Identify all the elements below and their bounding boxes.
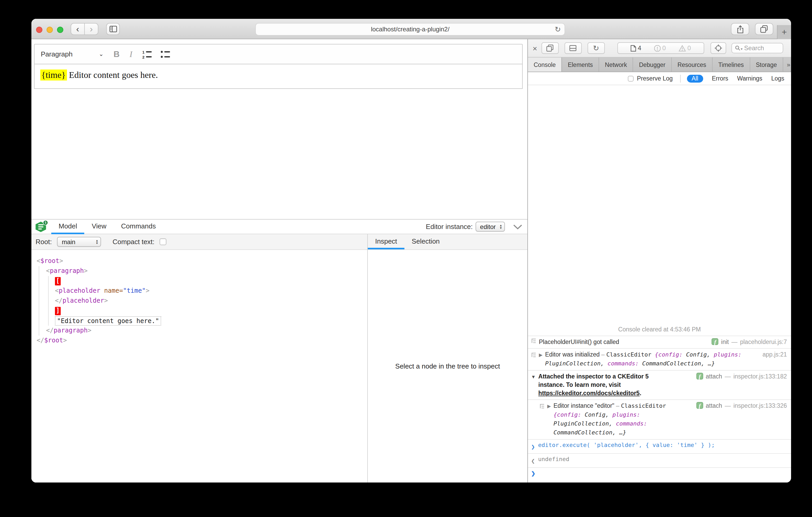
tab-model[interactable]: Model [51,219,85,234]
forward-button[interactable]: › [84,23,98,35]
console-prompt[interactable]: ❯ [528,467,791,483]
reload-icon[interactable]: ↻ [555,25,561,33]
filter-all[interactable]: All [687,74,703,82]
numbered-list-button[interactable]: 1 2 [142,50,152,59]
tab-resources[interactable]: Resources [672,58,713,71]
node-inspector-pane: Inspect Selection Select a node in the t… [368,234,527,483]
devtools-search-field[interactable]: ▾ Search [731,43,783,53]
element-picker-button[interactable] [710,42,726,54]
ckeditor-docs-link[interactable]: https://ckeditor.com/docs/ckeditor5 [539,390,640,396]
compact-text-checkbox[interactable] [160,238,167,245]
console-log-row: ▼ Attached the inspector to a CKEditor 5… [528,370,791,399]
reload-page-button[interactable]: ↻ [587,42,605,54]
resource-summary-button[interactable]: 4 0 [617,42,704,54]
filter-divider [680,74,681,82]
function-badge-icon: f [712,338,719,345]
tab-debugger[interactable]: Debugger [633,58,672,71]
tab-selection[interactable]: Selection [404,234,447,249]
editor-instance-select[interactable]: editor ▲▼ [475,222,505,232]
tab-network[interactable]: Network [599,58,633,71]
address-bar[interactable]: localhost/creating-a-plugin2/ ↻ [255,23,565,35]
disclosure-triangle-icon[interactable]: ▶ [539,351,543,359]
devtools-toolbar: × ↻ [528,39,791,58]
tree-node-root-close[interactable]: </$root> [31,336,367,345]
filter-logs[interactable]: Logs [771,75,784,82]
tab-elements[interactable]: Elements [562,58,599,71]
model-tree-toolbar: Root: main ▲▼ Compact text: [31,234,367,250]
heading-dropdown[interactable]: Paragraph ⌄ [41,50,104,58]
italic-button[interactable]: I [129,50,133,59]
webpage-pane: Paragraph ⌄ B I 1 2 [31,39,527,483]
tab-timelines[interactable]: Timelines [713,58,750,71]
source-link[interactable]: inspector.js:133:326 [733,401,787,410]
tab-view[interactable]: View [85,219,114,234]
node-inspector-tabs: Inspect Selection [368,234,527,250]
sidebar-toggle-button[interactable] [106,23,120,35]
console-output: Console cleared at 4:53:46 PM Placeholde… [528,85,791,483]
function-badge-icon: f [696,373,703,379]
model-tree: <$root> <paragraph> [ <placeholder name=… [31,250,367,483]
root-select[interactable]: main ▲▼ [57,237,101,247]
search-scope-chevron-icon: ▾ [741,47,743,51]
log-source: f attach — inspector.js:133:182 [696,372,787,381]
resource-count: 4 [631,44,641,52]
tree-node-paragraph-close[interactable]: </paragraph> [31,326,367,336]
log-gutter: ▶ [540,402,554,410]
tab-commands[interactable]: Commands [114,219,163,234]
tab-overflow-button[interactable]: » [783,58,791,71]
tree-node-root-open[interactable]: <$root> [31,256,367,266]
tab-console[interactable]: Console [528,58,562,71]
function-badge-icon: f [696,402,703,409]
tree-selection-start: [ [31,276,367,286]
web-inspector-panel: × ↻ [527,39,791,483]
detach-devtools-button[interactable] [542,42,559,54]
bulleted-list-button[interactable] [161,50,171,59]
tree-selection-end: ] [31,306,367,316]
error-count: 0 [654,44,666,52]
tree-node-placeholder-close[interactable]: </placeholder> [31,296,367,306]
filter-warnings[interactable]: Warnings [737,75,762,82]
tab-overview-button[interactable] [755,23,773,35]
tree-text-node[interactable]: "Editor content goes here." [31,316,367,326]
editor-instance-value: editor [480,223,496,230]
source-link[interactable]: inspector.js:133:182 [733,372,787,381]
tab-storage[interactable]: Storage [750,58,783,71]
filter-errors[interactable]: Errors [712,75,728,82]
share-icon [736,25,744,33]
close-window-button[interactable] [36,27,42,33]
chevron-down-icon [513,224,522,229]
document-icon [631,45,636,52]
empty-state-message: Select a node in the tree to inspect [368,250,527,483]
browser-toolbar: ‹ › localhost/creating-a-plugin2/ ↻ [31,19,791,39]
logo-version-badge: 5 [43,220,48,225]
source-link[interactable]: app.js:21 [762,350,787,359]
preserve-log-checkbox[interactable] [628,75,634,81]
detach-icon [547,44,554,52]
bold-button[interactable]: B [114,50,120,59]
sidebar-icon [109,26,117,32]
disclosure-triangle-icon[interactable]: ▶ [547,402,551,410]
console-result-text: undefined [538,455,787,464]
collapse-inspector-button[interactable] [513,224,522,229]
editor-editable-area[interactable]: {time} Editor content goes here. [34,64,523,89]
warning-triangle-icon [678,45,686,52]
tree-node-placeholder-open[interactable]: <placeholder name="time"> [31,286,367,296]
new-tab-button[interactable]: + [777,25,791,39]
back-button[interactable]: ‹ [70,23,85,35]
console-input-echo-row: ❯ editor.execute( 'placeholder', { value… [528,439,791,453]
log-source: f attach — inspector.js:133:326 [696,401,787,410]
heading-dropdown-label: Paragraph [41,50,72,58]
zoom-window-button[interactable] [57,27,63,33]
warning-count: 0 [678,44,691,52]
tree-node-paragraph-open[interactable]: <paragraph> [31,266,367,276]
minimize-window-button[interactable] [47,27,53,33]
close-devtools-button[interactable]: × [532,44,537,53]
share-button[interactable] [731,23,749,35]
inspector-header-right: Editor instance: editor ▲▼ [426,219,527,234]
disclosure-triangle-icon[interactable]: ▼ [531,373,536,381]
source-link[interactable]: placeholderui.js:7 [740,338,787,346]
dock-bottom-button[interactable] [564,42,582,54]
inspector-header: 5 Model View Commands Editor instance: e… [31,219,527,234]
placeholder-widget[interactable]: {time} [40,69,67,81]
tab-inspect[interactable]: Inspect [368,234,404,249]
